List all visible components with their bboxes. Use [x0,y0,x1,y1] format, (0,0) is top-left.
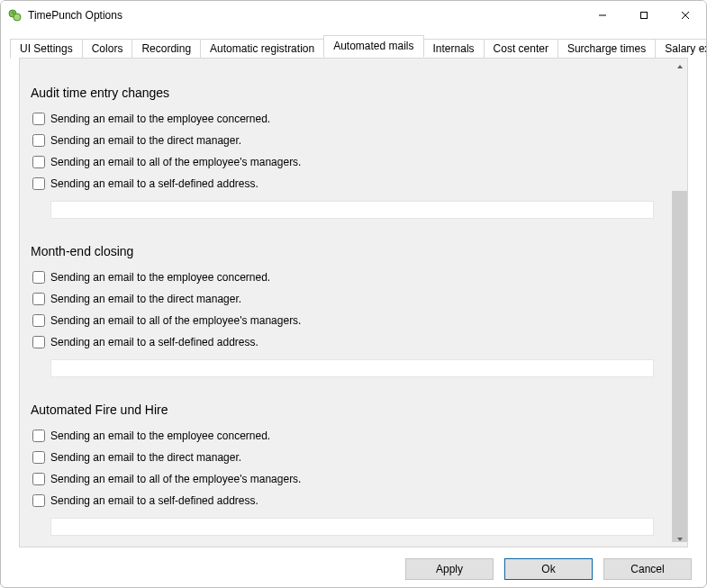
monthend-lbl-all-managers[interactable]: Sending an email to all of the employee'… [50,314,301,327]
window-title: TimePunch Options [28,9,582,22]
monthend-lbl-employee[interactable]: Sending an email to the employee concern… [50,271,270,284]
firehire-chk-self-address[interactable] [32,494,45,507]
ok-button[interactable]: Ok [504,558,593,580]
close-button[interactable] [665,1,706,30]
app-icon [8,8,23,23]
svg-marker-8 [677,65,683,68]
maximize-button[interactable] [623,1,665,30]
window-buttons [582,1,706,30]
audit-chk-employee[interactable] [32,113,45,125]
monthend-opt-manager: Sending an email to the direct manager. [31,293,654,305]
scroll-up-arrow-icon[interactable] [672,59,687,74]
svg-point-1 [14,14,21,21]
firehire-opt-manager: Sending an email to the direct manager. [31,451,654,464]
tab-cost-center[interactable]: Cost center [484,39,558,59]
audit-chk-all-managers[interactable] [32,156,45,168]
section-title-firehire: Automated Fire und Hire [31,403,654,417]
audit-lbl-self-address[interactable]: Sending an email to a self-defined addre… [50,177,258,190]
firehire-address-input[interactable] [50,518,654,536]
svg-rect-5 [641,13,648,19]
firehire-lbl-manager[interactable]: Sending an email to the direct manager. [50,451,241,464]
panel-content: Audit time entry changes Sending an emai… [20,59,672,547]
monthend-chk-manager[interactable] [32,293,45,305]
audit-chk-manager[interactable] [32,134,45,147]
firehire-chk-manager[interactable] [32,451,45,464]
monthend-opt-all-managers: Sending an email to all of the employee'… [31,314,654,327]
audit-opt-manager: Sending an email to the direct manager. [31,134,654,147]
vertical-scrollbar[interactable] [672,59,687,547]
cancel-button[interactable]: Cancel [603,558,692,580]
tabs: UI Settings Colors Recording Automatic r… [10,35,697,58]
audit-lbl-all-managers[interactable]: Sending an email to all of the employee'… [50,156,301,168]
tab-surcharge-times[interactable]: Surcharge times [557,39,656,59]
audit-chk-self-address[interactable] [32,177,45,190]
tab-ui-settings[interactable]: UI Settings [10,39,83,59]
monthend-lbl-manager[interactable]: Sending an email to the direct manager. [50,293,241,305]
tab-automatic-registration[interactable]: Automatic registration [200,39,324,59]
monthend-opt-self-address: Sending an email to a self-defined addre… [31,336,654,348]
audit-opt-employee: Sending an email to the employee concern… [31,113,654,125]
firehire-opt-self-address: Sending an email to a self-defined addre… [31,494,654,507]
monthend-chk-employee[interactable] [32,271,45,284]
tabs-container: UI Settings Colors Recording Automatic r… [1,30,706,547]
monthend-lbl-self-address[interactable]: Sending an email to a self-defined addre… [50,336,258,348]
firehire-opt-employee: Sending an email to the employee concern… [31,430,654,442]
audit-opt-self-address: Sending an email to a self-defined addre… [31,177,654,190]
monthend-address-input[interactable] [50,359,654,377]
tab-recording[interactable]: Recording [131,39,201,59]
dialog-footer: Apply Ok Cancel [1,547,706,588]
apply-button[interactable]: Apply [405,558,494,580]
scroll-down-arrow-icon[interactable] [672,531,687,547]
audit-address-input[interactable] [50,201,654,219]
minimize-button[interactable] [582,1,623,30]
firehire-lbl-employee[interactable]: Sending an email to the employee concern… [50,430,270,442]
firehire-lbl-all-managers[interactable]: Sending an email to all of the employee'… [50,473,301,485]
tab-internals[interactable]: Internals [423,39,485,59]
tab-panel: Audit time entry changes Sending an emai… [19,58,688,547]
monthend-chk-all-managers[interactable] [32,314,45,327]
scroll-thumb[interactable] [672,191,687,542]
monthend-chk-self-address[interactable] [32,336,45,348]
section-title-monthend: Month-end closing [31,244,654,258]
monthend-opt-employee: Sending an email to the employee concern… [31,271,654,284]
firehire-chk-all-managers[interactable] [32,473,45,485]
svg-marker-9 [677,538,683,541]
audit-lbl-employee[interactable]: Sending an email to the employee concern… [50,113,270,125]
audit-lbl-manager[interactable]: Sending an email to the direct manager. [50,134,241,147]
section-title-audit: Audit time entry changes [31,86,654,100]
firehire-chk-employee[interactable] [32,430,45,442]
tab-salary-export[interactable]: Salary export [655,39,707,59]
tab-automated-mails[interactable]: Automated mails [323,35,423,58]
firehire-opt-all-managers: Sending an email to all of the employee'… [31,473,654,485]
tab-colors[interactable]: Colors [82,39,133,59]
audit-opt-all-managers: Sending an email to all of the employee'… [31,156,654,168]
scroll-track[interactable] [672,74,687,531]
titlebar: TimePunch Options [1,1,706,30]
firehire-lbl-self-address[interactable]: Sending an email to a self-defined addre… [50,494,258,507]
